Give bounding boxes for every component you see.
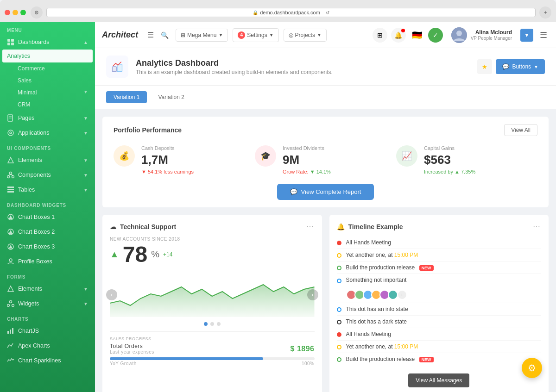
minimize-dot[interactable] (13, 10, 18, 15)
sidebar-item-crm[interactable]: CRM (0, 99, 95, 111)
timeline-header: 🔔 Timeline Example ⋯ (337, 222, 542, 231)
header-actions: ★ 💬 Buttons ▼ (477, 59, 545, 74)
search-button[interactable]: 🔍 (158, 29, 171, 41)
sidebar-item-dashboards[interactable]: Dashboards ▲ (0, 35, 95, 50)
projects-button[interactable]: ◎ Projects ▼ (284, 29, 327, 42)
dashboard-widgets-title: DASHBOARD WIDGETS (0, 197, 95, 210)
sidebar-item-chart-boxes-2[interactable]: Chart Boxes 2 (0, 224, 95, 239)
sidebar-item-chartjs[interactable]: ChartJS (0, 324, 95, 338)
cloud-icon: ☁ (110, 223, 116, 230)
sidebar-item-chart-boxes-3[interactable]: Chart Boxes 3 (0, 239, 95, 254)
gear-fab[interactable]: ⚙ (522, 358, 542, 378)
timeline-icon: 🔔 (337, 223, 345, 230)
progress-bar (110, 357, 315, 360)
sidebar-item-analytics[interactable]: Analytics (2, 50, 93, 62)
timeline-list: All Hands Meeting Yet another one, at 15… (337, 236, 542, 365)
sidebar-item-tables[interactable]: Tables ▼ (0, 182, 95, 197)
sidebar-item-form-widgets[interactable]: Widgets ▼ (0, 296, 95, 311)
cash-deposits-metric: 💰 Cash Deposits 1,7M ▼ 54.1% less earnin… (114, 145, 255, 174)
technical-support-card: ☁ Technical Support ⋯ NEW ACCOUNTS SINCE… (102, 215, 322, 392)
settings-button[interactable]: 4 Settings ▼ (233, 28, 278, 42)
apex-icon (7, 342, 14, 349)
maximize-dot[interactable] (20, 10, 26, 15)
dot-7 (337, 332, 341, 337)
svg-point-10 (10, 172, 12, 174)
dividends-metric: 🎓 Invested Dividents 9M Grow Rate: ▼ 14.… (255, 145, 396, 174)
sidebar-item-chart-sparklines[interactable]: Chart Sparklines (0, 353, 95, 368)
user-menu-button[interactable]: ▼ (520, 29, 533, 42)
timeline-item-4: Something not important + (337, 274, 542, 303)
form-elements-icon (7, 285, 14, 292)
new-tab-icon[interactable]: + (539, 6, 551, 19)
chart-next-arrow[interactable]: › (307, 289, 318, 300)
favorite-button[interactable]: ★ (477, 59, 492, 74)
timeline-item-7: All Hands Meeting (337, 328, 542, 341)
svg-marker-9 (8, 157, 13, 163)
tech-support-menu[interactable]: ⋯ (306, 222, 315, 231)
view-all-button[interactable]: View All (504, 124, 537, 136)
dot-4 (337, 279, 341, 283)
more-options-button[interactable]: ☰ (538, 30, 549, 40)
forms-title: FORMS (0, 269, 95, 281)
variation-2-tab[interactable]: Variation 2 (151, 91, 191, 103)
mega-menu-button[interactable]: ⊞ Mega Menu ▼ (176, 29, 228, 42)
mega-menu-chevron: ▼ (218, 32, 223, 37)
browser-url-bar[interactable]: 🔒 demo.dashboardpack.com ↺ (46, 8, 536, 17)
timeline-menu[interactable]: ⋯ (533, 222, 541, 231)
new-badge-1: NEW (419, 265, 434, 271)
sidebar-item-apex-charts[interactable]: Apex Charts (0, 338, 95, 353)
dividends-info: Invested Dividents 9M Grow Rate: ▼ 14.1% (283, 145, 331, 174)
sidebar-item-chart-boxes-1[interactable]: Chart Boxes 1 (0, 210, 95, 224)
sidebar-item-applications[interactable]: Applications ▼ (0, 125, 95, 140)
variation-1-tab[interactable]: Variation 1 (106, 91, 147, 103)
user-profile[interactable]: Alina Mclourd VP People Manager (448, 27, 516, 43)
report-icon: 💬 (290, 188, 297, 195)
notification-button[interactable]: 🔔 (391, 28, 406, 43)
settings-badge: 4 (238, 31, 245, 39)
dashboard-header-icon (106, 56, 128, 78)
sales-progress-section: SALES PROGRESS Total Orders Last year ex… (110, 331, 315, 366)
hamburger-button[interactable]: ☰ (147, 31, 154, 39)
close-dot[interactable] (5, 10, 10, 15)
top-nav: Architect ☰ 🔍 ⊞ Mega Menu ▼ 4 Settings ▼… (95, 22, 556, 48)
sidebar-item-elements[interactable]: Elements ▼ (0, 153, 95, 168)
grid-icon-button[interactable]: ⊞ (373, 28, 387, 43)
notification-badge (401, 29, 405, 32)
nav-icons: ⊞ 🔔 🇩🇪 ✓ (373, 28, 443, 43)
chart-dot-2[interactable] (210, 322, 214, 326)
variation-tabs: Variation 1 Variation 2 (95, 86, 556, 109)
content-area: Analytics Dashboard This is an example d… (95, 48, 556, 392)
complete-report-button[interactable]: 💬 View Complete Report (277, 184, 374, 200)
sidebar-item-pages[interactable]: Pages ▼ (0, 111, 95, 125)
tables-icon (7, 186, 14, 193)
view-messages-button[interactable]: View All Messages (408, 373, 469, 387)
timeline-title: 🔔 Timeline Example (337, 223, 403, 230)
dot-6 (337, 320, 341, 324)
svg-rect-17 (7, 191, 14, 193)
buttons-dropdown[interactable]: 💬 Buttons ▼ (496, 59, 545, 74)
sidebar-item-commerce[interactable]: Commerce (0, 62, 95, 75)
svg-point-23 (10, 301, 12, 303)
sidebar: MENU Dashboards ▲ Analytics Commerce Sal… (0, 22, 95, 392)
chart-stat: NEW ACCOUNTS SINCE 2018 ▲ 78 % +14 (110, 236, 315, 267)
svg-point-12 (12, 176, 14, 178)
sidebar-item-components[interactable]: Components ▼ (0, 168, 95, 182)
portfolio-metrics: 💰 Cash Deposits 1,7M ▼ 54.1% less earnin… (114, 145, 537, 174)
svg-point-30 (456, 31, 462, 36)
mega-menu-icon: ⊞ (181, 32, 185, 38)
capital-info: Capital Gains $563 Increased by ▲ 7.35% (424, 145, 475, 174)
sidebar-item-form-elements[interactable]: Elements ▼ (0, 281, 95, 296)
capital-gains-metric: 📈 Capital Gains $563 Increased by ▲ 7.35… (396, 145, 537, 174)
chart-dot-1[interactable] (204, 322, 208, 326)
sidebar-item-profile-boxes[interactable]: Profile Boxes (0, 254, 95, 269)
form-widgets-icon (7, 300, 14, 307)
flag-button[interactable]: 🇩🇪 (410, 28, 424, 43)
sidebar-item-minimal[interactable]: Minimal ▼ (0, 87, 95, 99)
chart-prev-arrow[interactable]: ‹ (106, 289, 117, 300)
svg-point-21 (9, 259, 12, 261)
page-title: Analytics Dashboard (136, 58, 470, 68)
svg-rect-16 (7, 189, 14, 190)
chart-dot-3[interactable] (217, 322, 221, 326)
sidebar-item-sales[interactable]: Sales (0, 75, 95, 87)
status-indicator[interactable]: ✓ (428, 28, 443, 43)
